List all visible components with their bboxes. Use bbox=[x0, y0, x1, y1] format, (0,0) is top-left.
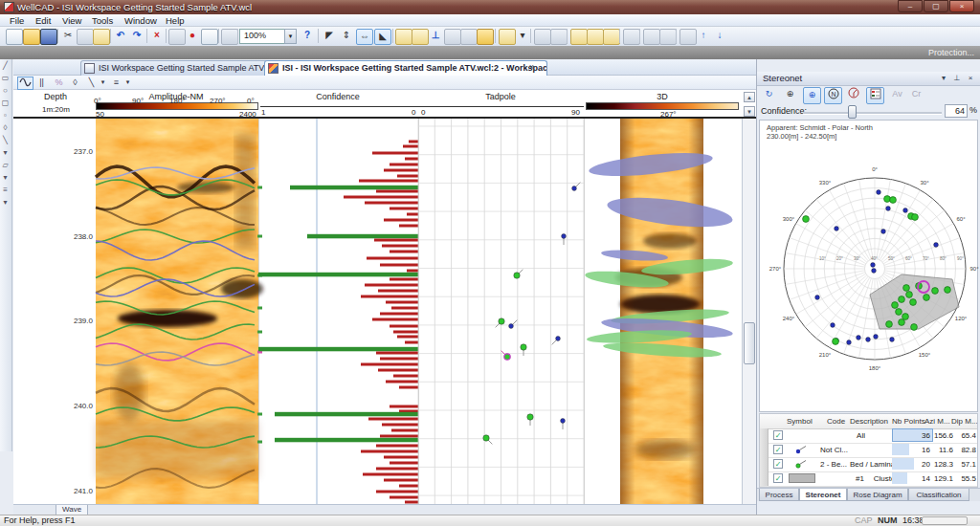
zoom-dropdown-icon[interactable]: ▾ bbox=[284, 29, 297, 44]
redo-icon[interactable]: ↷ bbox=[129, 29, 145, 43]
scroll-down-icon[interactable]: ▼ bbox=[744, 106, 755, 117]
row-selector[interactable] bbox=[760, 471, 768, 486]
line-tool-icon[interactable]: ╱ bbox=[0, 59, 11, 72]
confidence-slider[interactable] bbox=[803, 112, 942, 115]
fit-width-icon[interactable]: ⇔ bbox=[356, 29, 373, 45]
tadpole-point[interactable] bbox=[521, 344, 526, 350]
slider-thumb[interactable] bbox=[848, 105, 857, 119]
tadpole-track[interactable] bbox=[418, 119, 584, 504]
table-row[interactable]: ✓ #1 Cluster 14 129.1 55.5 bbox=[760, 471, 977, 487]
pen-dropdown-icon[interactable]: ▾ bbox=[96, 77, 110, 88]
pointer-mode-icon[interactable]: ◣ bbox=[374, 29, 391, 45]
tadpole-point[interactable] bbox=[561, 419, 566, 424]
open-file-icon[interactable] bbox=[23, 29, 40, 45]
tadpole-point[interactable] bbox=[514, 273, 520, 278]
col-symbol[interactable]: Symbol bbox=[787, 414, 825, 428]
minimize-button[interactable]: – bbox=[898, 0, 923, 12]
stereonet-blue-point[interactable] bbox=[871, 263, 876, 268]
edit-log-icon[interactable] bbox=[395, 29, 412, 45]
stereonet-green-point[interactable] bbox=[890, 197, 897, 204]
stereonet-blue-point[interactable] bbox=[835, 227, 839, 231]
parallel-tool-icon[interactable]: || bbox=[34, 77, 49, 88]
panel-close-icon[interactable]: × bbox=[965, 74, 976, 84]
anchor-icon[interactable]: ⊥ bbox=[428, 29, 443, 43]
document-tab-1[interactable]: ISI Workspace Getting Started Sample ATV… bbox=[80, 60, 285, 76]
maximize-button[interactable]: ▢ bbox=[924, 0, 948, 12]
new-file-icon[interactable] bbox=[6, 29, 23, 45]
tadpole-point[interactable] bbox=[499, 318, 504, 324]
delete-icon[interactable]: × bbox=[149, 29, 165, 43]
cut-icon[interactable]: ✂ bbox=[60, 29, 76, 43]
attach-icon[interactable] bbox=[460, 29, 478, 45]
stereonet-plot[interactable]: 0°30°60°90°120°150°180°210°240°270°300°3… bbox=[760, 121, 977, 411]
stereonet-green-point[interactable] bbox=[884, 196, 891, 203]
menu-help[interactable]: Help bbox=[162, 15, 189, 26]
tile-horizontal-icon[interactable] bbox=[534, 29, 551, 45]
row-selector[interactable] bbox=[760, 428, 768, 443]
log-view[interactable]: 237.0238.0239.0240.0241.0 bbox=[13, 119, 756, 504]
eraser-tool-icon[interactable]: ◊ bbox=[0, 121, 11, 134]
menu-edit[interactable]: Edit bbox=[32, 15, 55, 26]
row-selector[interactable] bbox=[760, 443, 768, 457]
pattern-icon[interactable] bbox=[477, 29, 494, 45]
scroll-up-icon[interactable]: ▲ bbox=[744, 92, 755, 102]
layout-icon[interactable] bbox=[499, 29, 516, 45]
stereonet-green-point[interactable] bbox=[910, 299, 917, 306]
stereonet-blue-point[interactable] bbox=[881, 230, 886, 234]
flag-right-icon[interactable] bbox=[659, 29, 677, 45]
stereonet-green-point[interactable] bbox=[899, 296, 905, 303]
protection-label[interactable]: Protection... bbox=[928, 48, 974, 57]
pen-tool-icon[interactable]: ╲ bbox=[0, 134, 11, 146]
chart-icon[interactable] bbox=[444, 29, 461, 45]
stereonet-green-point[interactable] bbox=[906, 292, 913, 298]
stereonet-blue-point[interactable] bbox=[903, 208, 908, 213]
ellipse-tool-icon[interactable]: ○ bbox=[0, 84, 11, 97]
stereonet-green-point[interactable] bbox=[833, 339, 839, 345]
confidence-track-title[interactable]: Confidence bbox=[316, 92, 360, 101]
net-grid-icon[interactable]: ⊕ bbox=[803, 87, 821, 104]
tadpole-point[interactable] bbox=[556, 337, 561, 341]
select-arrow-icon[interactable]: ◤ bbox=[322, 29, 337, 43]
edit-header-icon[interactable] bbox=[412, 29, 429, 45]
indent-icon[interactable] bbox=[679, 29, 697, 45]
align-center-icon[interactable] bbox=[603, 29, 620, 45]
row-checkbox[interactable]: ✓ bbox=[773, 459, 783, 469]
align-left-icon[interactable] bbox=[570, 29, 588, 45]
save-icon[interactable] bbox=[40, 29, 57, 45]
row-checkbox[interactable]: ✓ bbox=[773, 473, 783, 483]
square-tool-icon[interactable]: ▫ bbox=[0, 109, 11, 121]
move-up-icon[interactable]: ↑ bbox=[696, 29, 711, 43]
menu-view[interactable]: View bbox=[58, 15, 85, 26]
undo-icon[interactable]: ↶ bbox=[113, 29, 128, 43]
layout-dropdown-icon[interactable]: ▾ bbox=[515, 29, 530, 43]
tadpole-point[interactable] bbox=[483, 435, 489, 441]
col-dip[interactable]: Dip M... bbox=[951, 414, 978, 428]
stereonet-blue-point[interactable] bbox=[872, 269, 877, 274]
fit-height-icon[interactable]: ⇕ bbox=[339, 29, 354, 43]
tadpole-point[interactable] bbox=[562, 234, 567, 239]
close-button[interactable]: × bbox=[949, 0, 974, 12]
legend-icon[interactable] bbox=[866, 87, 884, 104]
tadpole-point[interactable] bbox=[509, 324, 514, 329]
create-icon[interactable]: Cr bbox=[908, 87, 924, 102]
tab-stereonet[interactable]: Stereonet bbox=[799, 489, 847, 501]
rose-icon[interactable] bbox=[845, 87, 861, 102]
average-icon[interactable]: Av bbox=[889, 87, 905, 102]
amplitude-image-track[interactable] bbox=[96, 119, 258, 504]
tadpole-point[interactable] bbox=[527, 414, 533, 420]
confidence-track[interactable] bbox=[258, 119, 418, 504]
rectangle-tool-icon[interactable]: ▭ bbox=[0, 72, 11, 84]
stereonet-green-point[interactable] bbox=[803, 216, 810, 223]
align-right-icon[interactable] bbox=[587, 29, 604, 45]
stereonet-blue-point[interactable] bbox=[890, 338, 895, 342]
table-row[interactable]: ✓ Not Cl... 16 11.6 82.8 bbox=[760, 443, 977, 458]
stereonet-blue-point[interactable] bbox=[831, 323, 835, 328]
line-width-dropdown-icon[interactable]: ▾ bbox=[121, 77, 135, 88]
panel-pin-icon[interactable]: ⊥ bbox=[951, 74, 963, 84]
refresh-icon[interactable]: ↻ bbox=[761, 87, 777, 102]
eraser-icon[interactable]: ◊ bbox=[68, 77, 82, 88]
row-selector[interactable] bbox=[760, 457, 768, 471]
pen-dropdown-icon[interactable]: ▾ bbox=[0, 146, 11, 159]
confidence-value[interactable]: 64 bbox=[945, 104, 968, 118]
stereonet-green-point[interactable] bbox=[902, 314, 909, 320]
